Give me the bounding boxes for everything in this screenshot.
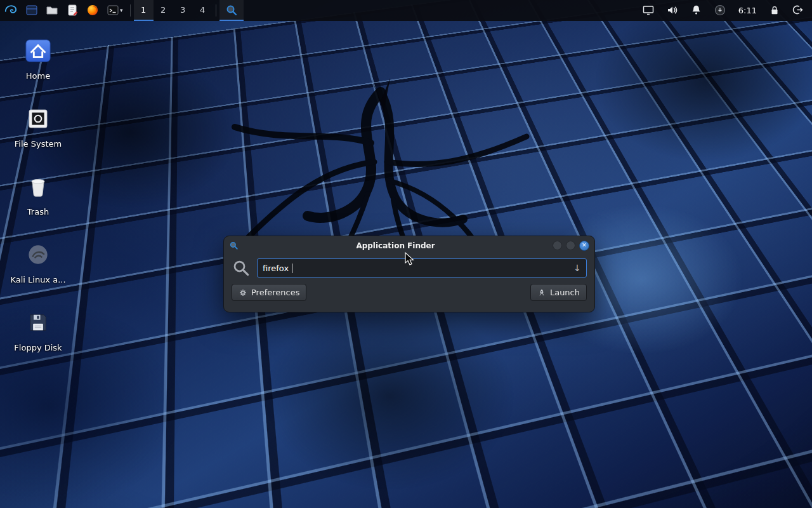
volume-tray-icon[interactable] (662, 4, 683, 18)
kali-logo-icon (4, 3, 18, 17)
desktop-icon-home[interactable]: Home (6, 32, 70, 100)
file-manager-icon (25, 4, 38, 17)
preferences-button[interactable]: Preferences (232, 284, 306, 301)
top-panel: ▾ 1 2 3 4 (0, 0, 812, 21)
panel-separator (130, 4, 131, 17)
launch-icon (537, 288, 546, 297)
terminal-icon (107, 4, 119, 17)
launcher-text-editor[interactable] (62, 0, 82, 21)
search-input-value: firefox (263, 264, 289, 273)
trash-icon (24, 173, 52, 201)
desktop-icon-label: Kali Linux a... (10, 275, 65, 284)
application-finder-icon (225, 4, 238, 17)
system-tray: 6:11 (638, 0, 812, 21)
gear-icon (239, 288, 247, 297)
preferences-label: Preferences (251, 288, 299, 297)
logout-icon (792, 4, 804, 16)
desktop-icon-kali-linux[interactable]: Kali Linux a... (6, 236, 70, 304)
bell-icon (690, 4, 702, 16)
display-tray-icon[interactable] (638, 4, 659, 18)
maximize-button[interactable] (566, 241, 575, 250)
desktop-root: ▾ 1 2 3 4 (0, 0, 812, 508)
display-icon (642, 4, 655, 17)
history-dropdown-icon[interactable]: ↓ (573, 263, 581, 273)
file-system-icon (25, 105, 51, 132)
workspace-button-3[interactable]: 3 (173, 0, 193, 21)
window-button-application-finder[interactable] (219, 0, 244, 21)
workspace-button-2[interactable]: 2 (154, 0, 173, 21)
notifications-tray-icon[interactable] (686, 4, 707, 17)
minimize-button[interactable] (553, 241, 562, 250)
window-title: Application Finder (242, 241, 549, 250)
workspace-button-1[interactable]: 1 (134, 0, 154, 21)
close-icon: ✕ (582, 243, 587, 248)
kali-menu-button[interactable] (0, 0, 22, 21)
launcher-firefox[interactable] (82, 0, 103, 21)
launch-button[interactable]: Launch (530, 284, 587, 301)
kali-docs-icon (24, 241, 52, 269)
terminal-dropdown-chevron[interactable]: ▾ (120, 7, 123, 13)
close-button[interactable]: ✕ (579, 241, 589, 251)
application-finder-window: Application Finder ✕ firefox ↓ (223, 236, 595, 312)
logout-tray-icon[interactable] (787, 4, 808, 17)
workspace-switcher: 1 2 3 4 (134, 0, 213, 21)
workspace-button-4[interactable]: 4 (193, 0, 213, 21)
text-editor-icon (66, 4, 79, 17)
mouse-cursor (404, 252, 417, 266)
folder-icon (46, 4, 58, 17)
desktop-icon-label: Floppy Disk (14, 343, 62, 352)
launcher-folder[interactable] (42, 0, 62, 21)
launcher-file-manager[interactable] (22, 0, 42, 21)
desktop-icon-floppy-disk[interactable]: Floppy Disk (6, 304, 70, 371)
desktop-icon-trash[interactable]: Trash (6, 168, 70, 236)
home-icon (23, 36, 53, 65)
floppy-disk-icon (25, 309, 51, 336)
desktop-icon-label: File System (15, 139, 62, 149)
launcher-terminal[interactable]: ▾ (103, 0, 127, 21)
panel-clock[interactable]: 6:11 (733, 6, 762, 15)
launch-label: Launch (550, 288, 580, 297)
search-input[interactable]: firefox ↓ (257, 258, 587, 277)
panel-separator (216, 4, 216, 17)
desktop-icon-list: Home File System Trash (6, 32, 70, 371)
window-icon (229, 241, 239, 250)
lock-icon (769, 4, 780, 16)
desktop-icon-file-system[interactable]: File System (6, 100, 70, 168)
firefox-icon (86, 4, 99, 17)
desktop-icon-label: Trash (27, 207, 49, 217)
volume-icon (666, 4, 679, 17)
lock-tray-icon[interactable] (764, 4, 785, 17)
search-icon (232, 258, 251, 277)
updates-icon (714, 4, 726, 17)
text-caret (292, 264, 292, 273)
desktop-icon-label: Home (26, 71, 50, 81)
status-tray-icon[interactable] (709, 4, 731, 18)
panel-spacer (244, 0, 638, 21)
